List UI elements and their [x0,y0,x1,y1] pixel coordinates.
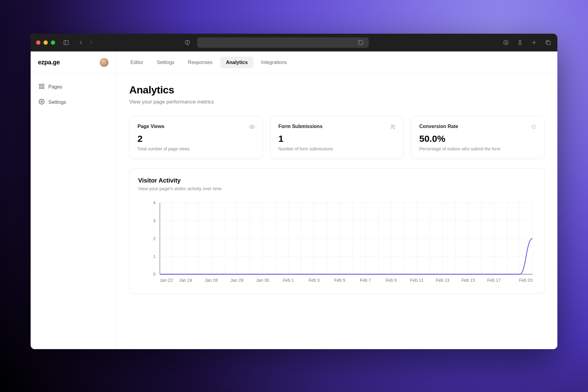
sidebar-nav: Pages Settings [31,74,116,116]
brand-logo[interactable]: ezpa.ge [38,59,60,66]
tab-settings[interactable]: Settings [151,57,180,68]
svg-text:0: 0 [153,272,156,277]
card-conversion-rate: Conversion Rate 50.0% Percentage of visi… [411,116,545,159]
back-icon[interactable] [77,39,85,46]
grid-icon [39,83,45,91]
svg-point-14 [251,126,253,128]
sidebar-item-label: Settings [48,100,66,105]
avatar[interactable] [100,58,109,67]
svg-text:Feb 20: Feb 20 [519,278,533,283]
svg-text:2: 2 [153,236,156,241]
svg-text:Jan 24: Jan 24 [179,278,192,283]
svg-text:Feb 13: Feb 13 [436,278,449,283]
brand-row: ezpa.ge [31,51,116,74]
content: Analytics View your page performance met… [116,74,557,304]
card-form-submissions: Form Submissions 1 Number of form submis… [270,116,404,159]
svg-point-13 [41,101,43,103]
card-sub: Percentage of visitors who submit the fo… [419,146,536,151]
card-value: 50.0% [419,134,536,144]
card-sub: Number of form submissions [278,146,395,151]
eye-icon [249,124,255,131]
metric-cards: Page Views 2 Total number of page views … [129,116,545,159]
card-page-views: Page Views 2 Total number of page views [129,116,263,159]
card-title: Page Views [138,124,254,129]
tab-responses[interactable]: Responses [183,57,218,68]
reload-icon[interactable] [357,39,364,46]
sidebar-item-settings[interactable]: Settings [34,96,112,109]
users-icon [390,124,396,131]
svg-text:Feb 3: Feb 3 [308,278,319,283]
svg-text:Jan 28: Jan 28 [230,278,243,283]
chart-card: Visitor Activity View your page's visito… [129,168,545,294]
sidebar-item-pages[interactable]: Pages [34,80,112,94]
visitor-activity-chart: 01234Jan 22Jan 24Jan 26Jan 28Jan 30Feb 1… [138,200,536,287]
browser-window: ezpa.ge Pages Settings [31,34,557,349]
sidebar: ezpa.ge Pages Settings [31,51,116,349]
svg-text:1: 1 [153,254,156,259]
tab-label: Integrations [261,60,287,65]
svg-text:3: 3 [153,218,156,223]
svg-point-16 [394,126,395,127]
svg-rect-11 [40,87,41,89]
new-tab-icon[interactable] [530,39,538,46]
svg-text:Feb 17: Feb 17 [487,278,501,283]
card-title: Form Submissions [278,124,395,129]
svg-rect-8 [547,41,550,45]
card-sub: Total number of page views [138,146,254,151]
share-icon[interactable] [516,39,524,46]
shield-icon[interactable] [184,39,191,46]
page-subtitle: View your page performance metrics [129,99,545,105]
window-minimize-button[interactable] [43,40,48,45]
main-area: Editor Settings Responses Analytics Inte… [116,51,557,349]
svg-text:Feb 9: Feb 9 [386,278,397,283]
svg-rect-9 [40,84,41,86]
svg-rect-10 [42,84,44,86]
card-value: 2 [138,134,254,144]
download-icon[interactable] [502,39,510,46]
gear-icon [39,99,45,106]
sparkle-icon [531,124,537,131]
tab-editor[interactable]: Editor [125,57,149,68]
svg-text:4: 4 [153,200,156,205]
url-bar[interactable] [197,37,369,48]
svg-text:Feb 7: Feb 7 [360,278,371,283]
window-close-button[interactable] [36,40,40,45]
tab-label: Analytics [226,60,248,65]
svg-rect-12 [42,87,44,89]
svg-point-15 [391,125,393,126]
svg-text:Feb 15: Feb 15 [462,278,475,283]
chart-subtitle: View your page's visitor activity over t… [138,186,536,191]
tab-integrations[interactable]: Integrations [256,57,292,68]
tab-label: Settings [157,60,175,65]
sidebar-item-label: Pages [48,84,62,90]
page-title: Analytics [129,84,545,96]
chart-title: Visitor Activity [138,177,536,184]
svg-text:Feb 5: Feb 5 [334,278,345,283]
svg-text:Jan 22: Jan 22 [160,278,173,283]
tabs-row: Editor Settings Responses Analytics Inte… [116,51,557,74]
tab-analytics[interactable]: Analytics [221,57,253,68]
traffic-lights [36,40,55,45]
svg-text:Jan 30: Jan 30 [256,278,269,283]
svg-text:Feb 1: Feb 1 [283,278,294,283]
browser-chrome [31,34,557,51]
tab-label: Editor [130,60,143,65]
tab-label: Responses [188,60,213,65]
svg-rect-0 [64,40,69,44]
svg-text:Jan 26: Jan 26 [205,278,218,283]
chart-area: 01234Jan 22Jan 24Jan 26Jan 28Jan 30Feb 1… [138,200,536,287]
svg-text:Feb 11: Feb 11 [410,278,424,283]
window-maximize-button[interactable] [51,40,55,45]
tabs-icon[interactable] [545,39,552,46]
card-title: Conversion Rate [419,124,536,129]
forward-icon[interactable] [88,39,95,46]
card-value: 1 [278,134,395,144]
sidebar-toggle-icon[interactable] [62,39,70,46]
